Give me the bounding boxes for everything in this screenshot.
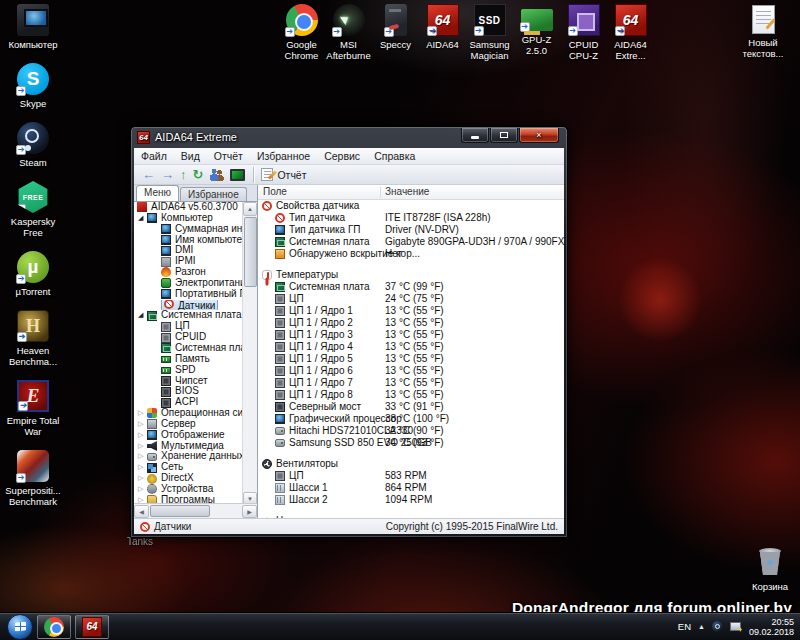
sensor-row[interactable]: Обнаружено вскрытие кор...Нет bbox=[258, 248, 564, 260]
desktop-icon-kaspersky[interactable]: FREE➔Kaspersky Free bbox=[4, 181, 62, 238]
sensor-row[interactable]: ЦП 1 / Ядро 613 °C (55 °F) bbox=[258, 365, 564, 377]
selected-tree-item[interactable]: Датчики bbox=[161, 300, 218, 311]
expand-icon[interactable]: ▷ bbox=[138, 451, 147, 462]
tree-item[interactable]: Разгон bbox=[134, 267, 243, 278]
desktop-icon-superposition[interactable]: ➔Superpositi... Benchmark bbox=[4, 450, 62, 507]
expand-icon[interactable]: ▷ bbox=[138, 462, 147, 473]
desktop-icon-aida[interactable]: 64➔AIDA64 Extre... bbox=[607, 4, 654, 61]
expand-icon[interactable]: ▷ bbox=[138, 419, 147, 430]
desktop-icon-empire[interactable]: E➔Empire Total War bbox=[4, 380, 62, 437]
sensor-row[interactable]: ЦП 1 / Ядро 313 °C (55 °F) bbox=[258, 329, 564, 341]
sensor-row[interactable]: ЦП 1 / Ядро 813 °C (55 °F) bbox=[258, 389, 564, 401]
scroll-left-icon[interactable]: ◀ bbox=[134, 505, 149, 518]
desktop-icon-new-text-doc[interactable]: Новый текстов... bbox=[736, 4, 790, 59]
start-button[interactable] bbox=[7, 614, 33, 640]
tree-item[interactable]: ▷Устройства bbox=[134, 484, 243, 495]
tree-item[interactable]: ▷DirectX bbox=[134, 473, 243, 484]
taskbar-button-aida64[interactable]: 64 bbox=[75, 615, 109, 639]
tree-item[interactable]: ◢Компьютер bbox=[134, 213, 243, 224]
desktop-icon-msi[interactable]: ➔MSI Afterburner bbox=[325, 4, 372, 61]
network-tray-icon[interactable] bbox=[730, 621, 742, 632]
desktop-icon-cpuz[interactable]: ➔CPUID CPU-Z bbox=[560, 4, 607, 61]
hidden-icons-caret-icon[interactable]: ▲ bbox=[698, 623, 705, 630]
scroll-down-icon[interactable]: ▼ bbox=[243, 492, 257, 503]
tree-item[interactable]: ▷Сеть bbox=[134, 462, 243, 473]
expand-icon[interactable]: ▷ bbox=[138, 441, 147, 452]
menu-item-вид[interactable]: Вид bbox=[181, 150, 200, 162]
list-header[interactable]: Поле Значение bbox=[258, 185, 564, 200]
tree-item[interactable]: BIOS bbox=[134, 386, 243, 397]
collapse-icon[interactable]: ◢ bbox=[138, 213, 147, 224]
tree-item[interactable]: ▷Операционная систем bbox=[134, 408, 243, 419]
sensor-row[interactable]: Тип датчика ГПDriver (NV-DRV) bbox=[258, 224, 564, 236]
window-titlebar[interactable]: 64 AIDA64 Extreme × bbox=[131, 127, 567, 147]
desktop-icon-steam[interactable]: ➔Steam bbox=[4, 122, 62, 168]
collapse-icon[interactable]: ◢ bbox=[138, 310, 147, 321]
sensor-row[interactable]: ЦП 1 / Ядро 713 °C (55 °F) bbox=[258, 377, 564, 389]
up-icon[interactable]: ↑ bbox=[180, 167, 187, 183]
tree-item[interactable]: Суммарная инфор bbox=[134, 224, 243, 235]
maximize-button[interactable] bbox=[490, 128, 518, 143]
menu-item-избранное[interactable]: Избранное bbox=[257, 150, 310, 162]
column-field[interactable]: Поле bbox=[263, 186, 287, 197]
tree-item[interactable]: ▷Отображение bbox=[134, 430, 243, 441]
tree-item[interactable]: Системная плата bbox=[134, 343, 243, 354]
sensor-panel-icon[interactable] bbox=[230, 169, 245, 181]
sensor-row[interactable]: Тип датчикаITE IT8728F (ISA 228h) bbox=[258, 212, 564, 224]
sensor-row[interactable]: Шасси 21094 RPM bbox=[258, 494, 564, 506]
menu-item-файл[interactable]: Файл bbox=[141, 150, 167, 162]
section-row[interactable]: Вентиляторы bbox=[258, 458, 564, 470]
sensor-row[interactable]: Системная платаGigabyte 890GPA-UD3H / 97… bbox=[258, 236, 564, 248]
tree-item[interactable]: ◢Системная плата bbox=[134, 310, 243, 321]
desktop-icon-samsung[interactable]: SSD➔Samsung Magician bbox=[466, 4, 513, 61]
sensor-row[interactable]: ЦП 1 / Ядро 213 °C (55 °F) bbox=[258, 317, 564, 329]
steam-tray-icon[interactable] bbox=[712, 621, 723, 632]
tree-item[interactable]: SPD bbox=[134, 365, 243, 376]
tree-item[interactable]: Электропитание bbox=[134, 278, 243, 289]
sensor-row[interactable]: ЦП 1 / Ядро 413 °C (55 °F) bbox=[258, 341, 564, 353]
column-value[interactable]: Значение bbox=[385, 186, 429, 197]
sensor-row[interactable]: Шасси 1864 RPM bbox=[258, 482, 564, 494]
tree-item[interactable]: ▷Мультимедиа bbox=[134, 441, 243, 452]
tree-item[interactable]: Чипсет bbox=[134, 376, 243, 387]
tree-item[interactable]: ЦП bbox=[134, 321, 243, 332]
desktop-icon-aida[interactable]: 64➔AIDA64 bbox=[419, 4, 466, 61]
desktop-icon-heaven[interactable]: H➔Heaven Benchma... bbox=[4, 310, 62, 367]
tree-item[interactable]: Имя компьютера bbox=[134, 235, 243, 246]
language-indicator[interactable]: EN bbox=[678, 621, 691, 632]
menu-item-отчёт[interactable]: Отчёт bbox=[214, 150, 243, 162]
tree-horizontal-scrollbar[interactable]: ◀ ▶ bbox=[134, 503, 257, 518]
tab-меню[interactable]: Меню bbox=[136, 185, 179, 201]
tree-item[interactable]: Портативный ПК bbox=[134, 289, 243, 300]
users-icon[interactable] bbox=[209, 168, 224, 181]
taskbar-button-chrome[interactable] bbox=[37, 615, 71, 639]
back-icon[interactable]: ← bbox=[142, 167, 155, 183]
taskbar-clock[interactable]: 20:55 09.02.2018 bbox=[749, 617, 794, 637]
expand-icon[interactable]: ▷ bbox=[138, 408, 147, 419]
sensor-row[interactable]: Hitachi HDS721010CLA33032 °C (90 °F) bbox=[258, 425, 564, 437]
close-button[interactable]: × bbox=[519, 128, 559, 143]
desktop-icon-gpuz[interactable]: ➔GPU-Z 2.5.0 RePack by l... bbox=[513, 4, 560, 61]
minimize-button[interactable] bbox=[461, 128, 489, 143]
desktop-icon-computer[interactable]: Компьютер bbox=[4, 4, 62, 50]
tree-item[interactable]: DMI bbox=[134, 245, 243, 256]
expand-icon[interactable]: ▷ bbox=[138, 495, 147, 503]
report-icon[interactable] bbox=[261, 168, 273, 181]
sensor-row[interactable]: Графический процессор38 °C (100 °F) bbox=[258, 413, 564, 425]
forward-icon[interactable]: → bbox=[161, 167, 174, 183]
menu-item-сервис[interactable]: Сервис bbox=[324, 150, 360, 162]
column-separator[interactable] bbox=[380, 187, 381, 198]
refresh-icon[interactable]: ↻ bbox=[193, 167, 204, 183]
section-row[interactable]: Свойства датчика bbox=[258, 200, 564, 212]
scrollbar-thumb[interactable] bbox=[150, 505, 210, 517]
sensor-row[interactable]: Samsung SSD 850 EVO 250GB34 °C (93 °F) bbox=[258, 437, 564, 449]
tree-item[interactable]: ▷Хранение данных bbox=[134, 451, 243, 462]
tree-item[interactable]: ▷Программы bbox=[134, 495, 243, 503]
tree-item[interactable]: Датчики bbox=[134, 300, 243, 311]
sensor-row[interactable]: ЦП 1 / Ядро 113 °C (55 °F) bbox=[258, 305, 564, 317]
tree-item[interactable]: ▷Сервер bbox=[134, 419, 243, 430]
desktop-icon-recycle-bin[interactable]: Корзина bbox=[744, 546, 796, 592]
report-button[interactable]: Отчёт bbox=[277, 169, 306, 181]
tree-vertical-scrollbar[interactable]: ▲▼ bbox=[242, 202, 257, 503]
expand-icon[interactable]: ▷ bbox=[138, 484, 147, 495]
